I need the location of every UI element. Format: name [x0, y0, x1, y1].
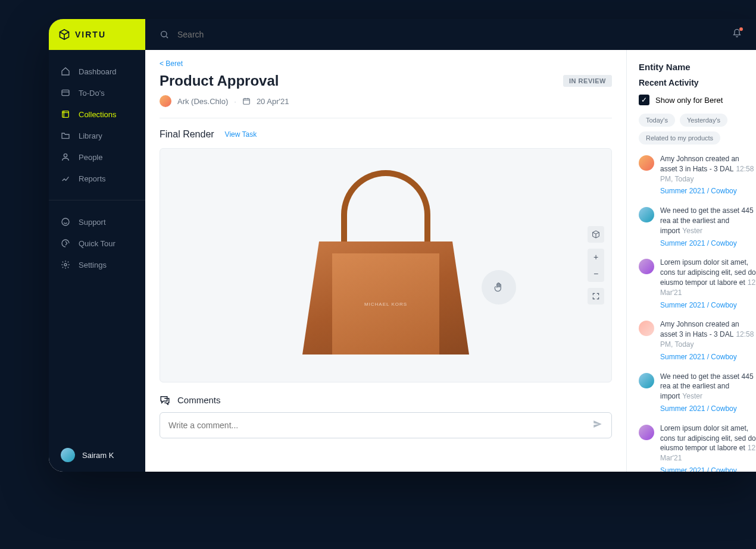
activity-text: Lorem ipsum dolor sit amet, cons tur adi…	[660, 424, 756, 453]
activity-text: We need to get the asset 445 rea at the …	[660, 372, 754, 401]
main: < Beret Product Approval IN REVIEW Ark (…	[145, 19, 756, 472]
section-title: Final Render	[160, 129, 214, 140]
expand-icon	[592, 292, 600, 300]
tour-icon	[61, 239, 70, 248]
nav-item-to-do-s[interactable]: To-Do's	[49, 82, 145, 103]
avatar	[61, 448, 75, 462]
notifications-button[interactable]	[732, 29, 742, 40]
nav-item-library[interactable]: Library	[49, 125, 145, 146]
gear-icon	[61, 260, 70, 269]
filter-chip[interactable]: Today's	[639, 114, 675, 127]
sidebar: VIRTU DashboardTo-Do'sCollectionsLibrary…	[49, 19, 145, 472]
product-label: MICHAEL KORS	[364, 302, 407, 307]
logo-text: VIRTU	[75, 30, 106, 39]
filter-chips: Today'sYesterday'sRelated to my products	[639, 114, 756, 145]
page-date: 20 Apr'21	[257, 97, 289, 106]
section-header: Final Render View Task	[160, 129, 612, 140]
separator: ·	[234, 97, 236, 106]
activity-tag[interactable]: Summer 2021 / Cowboy	[660, 352, 756, 362]
view-3d-button[interactable]	[588, 226, 604, 243]
nav-label: Collections	[79, 110, 117, 119]
avatar	[639, 373, 654, 388]
activity-tag[interactable]: Summer 2021 / Cowboy	[660, 239, 756, 249]
activity-tag[interactable]: Summer 2021 / Cowboy	[660, 404, 756, 414]
nav-label: Reports	[79, 174, 106, 183]
right-panel: Entity Name Recent Activity ✓ Show only …	[626, 50, 756, 472]
activity-text: Amy Johnson created an asset 3 in Hats -…	[660, 155, 739, 173]
activity-item[interactable]: We need to get the asset 445 rea at the …	[639, 372, 756, 414]
filter-chip[interactable]: Related to my products	[639, 131, 720, 145]
app-shell: VIRTU DashboardTo-Do'sCollectionsLibrary…	[49, 19, 756, 472]
comments-header: Comments	[160, 394, 612, 405]
hand-icon	[493, 281, 505, 293]
support-icon	[61, 217, 70, 227]
activity-tag[interactable]: Summer 2021 / Cowboy	[660, 300, 756, 310]
chart-icon	[61, 174, 70, 183]
comment-input[interactable]	[168, 421, 592, 430]
nav-secondary: SupportQuick TourSettings	[49, 200, 145, 286]
author-avatar	[160, 95, 171, 107]
product-render: MICHAEL KORS	[290, 164, 481, 366]
avatar	[639, 207, 654, 222]
svg-point-4	[64, 263, 67, 266]
render-viewport[interactable]: MICHAEL KORS + −	[160, 148, 612, 382]
activity-item[interactable]: Amy Johnson created an asset 3 in Hats -…	[639, 319, 756, 362]
activity-item[interactable]: We need to get the asset 445 rea at the …	[639, 206, 756, 248]
activity-body: We need to get the asset 445 rea at the …	[660, 206, 756, 248]
activity-item[interactable]: Amy Johnson created an asset 3 in Hats -…	[639, 154, 756, 196]
nav-item-support[interactable]: Support	[49, 211, 145, 233]
send-icon	[592, 419, 603, 429]
nav-item-people[interactable]: People	[49, 146, 145, 168]
filter-chip[interactable]: Yesterday's	[680, 114, 727, 127]
svg-rect-6	[243, 99, 250, 104]
nav-item-quick-tour[interactable]: Quick Tour	[49, 233, 145, 254]
folder-icon	[61, 131, 70, 140]
activity-item[interactable]: Lorem ipsum dolor sit amet, cons tur adi…	[639, 423, 756, 472]
sidebar-user[interactable]: Sairam K	[49, 438, 145, 472]
center-pane: < Beret Product Approval IN REVIEW Ark (…	[145, 50, 626, 472]
list-icon	[61, 88, 70, 98]
zoom-in-button[interactable]: +	[588, 249, 604, 265]
nav-label: Dashboard	[79, 67, 117, 76]
activity-body: Lorem ipsum dolor sit amet, cons tur adi…	[660, 258, 756, 310]
filter-checkbox[interactable]: ✓ Show only for Beret	[639, 95, 756, 105]
activity-body: Lorem ipsum dolor sit amet, cons tur adi…	[660, 423, 756, 472]
orbit-control[interactable]	[482, 270, 516, 305]
send-comment-button[interactable]	[592, 419, 603, 432]
activity-text: Lorem ipsum dolor sit amet, cons tur adi…	[660, 258, 756, 287]
nav-item-collections[interactable]: Collections	[49, 103, 145, 125]
topbar	[145, 19, 756, 50]
search-input[interactable]	[177, 30, 724, 39]
fullscreen-button[interactable]	[588, 288, 604, 305]
nav-label: Quick Tour	[79, 239, 115, 248]
activity-text: Amy Johnson created an asset 3 in Hats -…	[660, 320, 739, 338]
avatar	[639, 425, 654, 440]
cube-icon	[58, 29, 70, 40]
nav-label: Library	[79, 131, 102, 140]
viewport-tools: + −	[588, 226, 604, 305]
activity-list: Amy Johnson created an asset 3 in Hats -…	[639, 154, 756, 472]
activity-tag[interactable]: Summer 2021 / Cowboy	[660, 186, 756, 196]
nav-item-dashboard[interactable]: Dashboard	[49, 61, 145, 82]
nav-label: To-Do's	[79, 89, 105, 98]
logo[interactable]: VIRTU	[49, 19, 145, 50]
calendar-icon	[242, 97, 251, 105]
activity-heading: Recent Activity	[639, 78, 756, 87]
home-icon	[61, 67, 70, 76]
activity-body: Amy Johnson created an asset 3 in Hats -…	[660, 154, 756, 196]
activity-item[interactable]: Lorem ipsum dolor sit amet, cons tur adi…	[639, 258, 756, 310]
nav-item-settings[interactable]: Settings	[49, 254, 145, 275]
svg-point-5	[161, 32, 167, 37]
view-task-link[interactable]: View Task	[225, 130, 257, 139]
activity-time: Yester	[682, 227, 702, 235]
nav-item-reports[interactable]: Reports	[49, 168, 145, 189]
activity-body: We need to get the asset 445 rea at the …	[660, 372, 756, 414]
nav-label: Settings	[79, 261, 107, 269]
bell-icon	[732, 29, 742, 38]
breadcrumb[interactable]: < Beret	[160, 59, 612, 68]
comments-label: Comments	[177, 395, 221, 405]
nav-label: Support	[79, 218, 106, 227]
zoom-out-button[interactable]: −	[588, 265, 604, 282]
activity-tag[interactable]: Summer 2021 / Cowboy	[660, 466, 756, 472]
entity-name: Entity Name	[639, 62, 756, 72]
